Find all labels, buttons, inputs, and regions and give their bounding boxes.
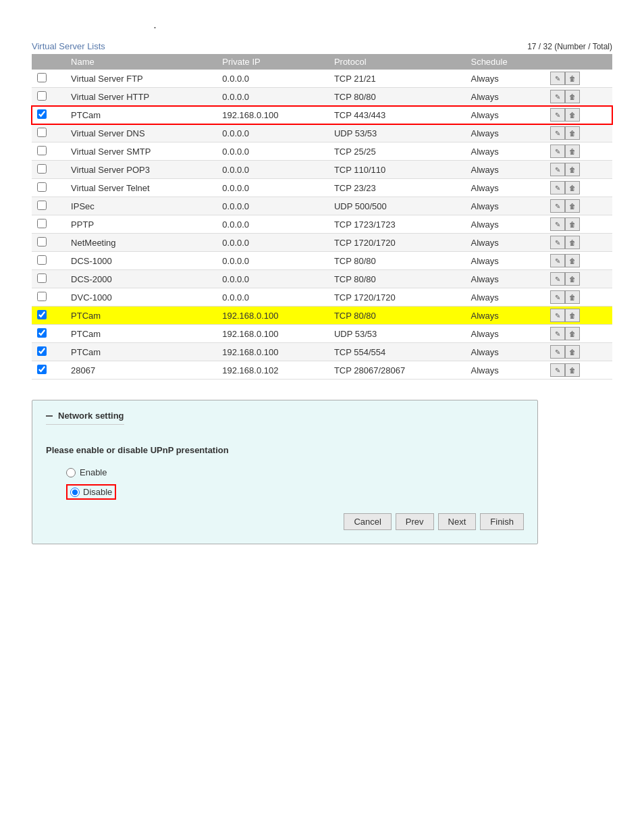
row-checkbox[interactable]	[37, 365, 47, 374]
row-ip: 0.0.0.0	[217, 124, 329, 142]
delete-button[interactable]: 🗑	[565, 363, 580, 377]
row-actions: ✎🗑	[545, 270, 612, 288]
delete-button[interactable]: 🗑	[565, 145, 580, 158]
row-schedule: Always	[465, 124, 544, 142]
row-ip: 0.0.0.0	[217, 88, 329, 106]
delete-button[interactable]: 🗑	[565, 327, 580, 340]
row-checkbox[interactable]	[37, 310, 47, 319]
edit-button[interactable]: ✎	[550, 90, 565, 103]
row-actions: ✎🗑	[545, 215, 612, 234]
edit-button[interactable]: ✎	[550, 145, 565, 158]
row-checkbox[interactable]	[37, 273, 47, 283]
row-checkbox[interactable]	[37, 73, 47, 82]
row-checkbox[interactable]	[37, 146, 47, 155]
delete-button[interactable]: 🗑	[565, 290, 580, 304]
edit-button[interactable]: ✎	[550, 163, 565, 176]
row-checkbox[interactable]	[37, 128, 47, 137]
delete-button[interactable]: 🗑	[565, 254, 580, 267]
checkbox-cell	[32, 161, 65, 179]
enable-radio-label[interactable]: Enable	[66, 467, 524, 477]
delete-button[interactable]: 🗑	[565, 126, 580, 140]
prev-button[interactable]: Prev	[396, 513, 434, 530]
edit-button[interactable]: ✎	[550, 254, 565, 267]
edit-button[interactable]: ✎	[550, 327, 565, 340]
table-row: DCS-20000.0.0.0TCP 80/80Always✎🗑	[32, 270, 612, 288]
disable-radio-label[interactable]: Disable	[66, 484, 524, 500]
table-row: Virtual Server DNS0.0.0.0UDP 53/53Always…	[32, 124, 612, 142]
row-checkbox[interactable]	[37, 292, 47, 301]
edit-button[interactable]: ✎	[550, 309, 565, 322]
edit-button[interactable]: ✎	[550, 272, 565, 286]
row-checkbox[interactable]	[37, 219, 47, 228]
row-name: DCS-1000	[65, 252, 217, 270]
table-row: DVC-10000.0.0.0TCP 1720/1720Always✎🗑	[32, 288, 612, 307]
row-checkbox[interactable]	[37, 109, 47, 119]
row-checkbox[interactable]	[37, 182, 47, 192]
delete-button[interactable]: 🗑	[565, 108, 580, 122]
row-checkbox[interactable]	[37, 201, 47, 210]
row-ip: 192.168.0.100	[217, 307, 329, 325]
checkbox-cell	[32, 270, 65, 288]
row-schedule: Always	[465, 106, 544, 124]
disable-radio[interactable]	[70, 488, 80, 497]
row-protocol: TCP 110/110	[329, 161, 466, 179]
row-checkbox[interactable]	[37, 328, 47, 338]
table-row: PTCam192.168.0.100UDP 53/53Always✎🗑	[32, 325, 612, 343]
delete-button[interactable]: 🗑	[565, 272, 580, 286]
row-actions: ✎🗑	[545, 343, 612, 361]
row-protocol: TCP 23/23	[329, 179, 466, 197]
edit-button[interactable]: ✎	[550, 290, 565, 304]
finish-button[interactable]: Finish	[480, 513, 524, 530]
enable-radio[interactable]	[66, 468, 76, 477]
row-protocol: TCP 28067/28067	[329, 361, 466, 380]
row-protocol: TCP 80/80	[329, 307, 466, 325]
checkbox-cell	[32, 142, 65, 161]
delete-button[interactable]: 🗑	[565, 236, 580, 249]
edit-button[interactable]: ✎	[550, 199, 565, 213]
count-label: 17 / 32 (Number / Total)	[527, 42, 612, 51]
row-actions: ✎🗑	[545, 142, 612, 161]
row-protocol: TCP 1720/1720	[329, 288, 466, 307]
cancel-button[interactable]: Cancel	[344, 513, 391, 530]
edit-button[interactable]: ✎	[550, 217, 565, 231]
row-checkbox[interactable]	[37, 164, 47, 174]
next-button[interactable]: Next	[438, 513, 477, 530]
edit-button[interactable]: ✎	[550, 126, 565, 140]
row-schedule: Always	[465, 288, 544, 307]
edit-button[interactable]: ✎	[550, 236, 565, 249]
delete-button[interactable]: 🗑	[565, 72, 580, 85]
delete-button[interactable]: 🗑	[565, 199, 580, 213]
row-checkbox[interactable]	[37, 255, 47, 265]
checkbox-cell	[32, 70, 65, 88]
delete-button[interactable]: 🗑	[565, 181, 580, 194]
table-row: DCS-10000.0.0.0TCP 80/80Always✎🗑	[32, 252, 612, 270]
delete-button[interactable]: 🗑	[565, 309, 580, 322]
edit-button[interactable]: ✎	[550, 108, 565, 122]
edit-button[interactable]: ✎	[550, 363, 565, 377]
row-actions: ✎🗑	[545, 325, 612, 343]
table-row: PTCam192.168.0.100TCP 554/554Always✎🗑	[32, 343, 612, 361]
delete-button[interactable]: 🗑	[565, 163, 580, 176]
delete-button[interactable]: 🗑	[565, 217, 580, 231]
row-ip: 0.0.0.0	[217, 161, 329, 179]
edit-button[interactable]: ✎	[550, 181, 565, 194]
row-name: PTCam	[65, 106, 217, 124]
delete-button[interactable]: 🗑	[565, 90, 580, 103]
edit-button[interactable]: ✎	[550, 72, 565, 85]
row-name: Virtual Server Telnet	[65, 179, 217, 197]
row-name: NetMeeting	[65, 234, 217, 252]
delete-button[interactable]: 🗑	[565, 345, 580, 359]
edit-button[interactable]: ✎	[550, 345, 565, 359]
checkbox-cell	[32, 197, 65, 215]
virtual-server-table: Name Private IP Protocol Schedule Virtua…	[32, 54, 612, 380]
row-ip: 0.0.0.0	[217, 215, 329, 234]
row-checkbox[interactable]	[37, 91, 47, 101]
col-name: Name	[65, 54, 217, 70]
table-row: Virtual Server HTTP0.0.0.0TCP 80/80Alway…	[32, 88, 612, 106]
row-schedule: Always	[465, 179, 544, 197]
row-actions: ✎🗑	[545, 234, 612, 252]
table-row: PTCam192.168.0.100TCP 80/80Always✎🗑	[32, 307, 612, 325]
checkbox-cell	[32, 234, 65, 252]
row-checkbox[interactable]	[37, 346, 47, 356]
row-checkbox[interactable]	[37, 237, 47, 246]
